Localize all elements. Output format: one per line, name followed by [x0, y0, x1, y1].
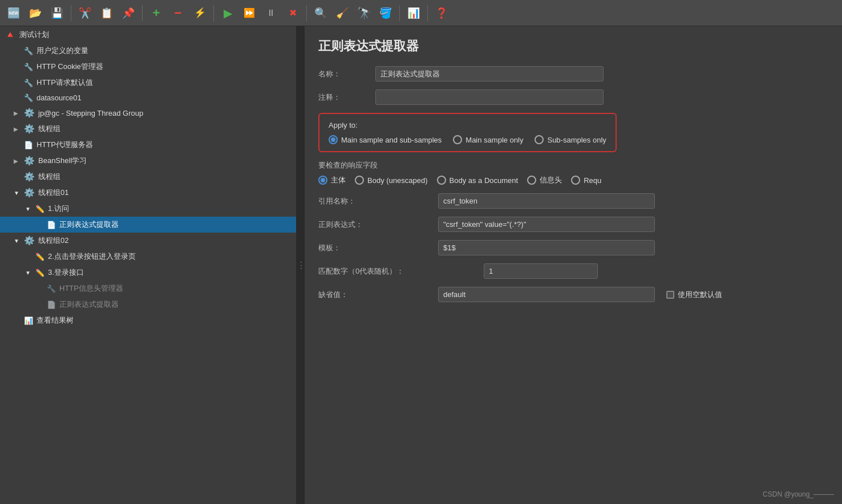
tree-item-thread-group1[interactable]: ▶ ⚙️ 线程组: [0, 121, 296, 137]
radio-circle-info-head: [527, 176, 536, 185]
right-panel: 正则表达式提取器 名称： 注释： Apply to: Main sample a…: [305, 26, 842, 504]
match-no-input[interactable]: [484, 263, 598, 279]
new-button[interactable]: 🆕: [3, 3, 24, 23]
radio-circle-body: [318, 176, 327, 185]
tree-item-label: 用户定义的变量: [37, 46, 88, 56]
radio-main-sub[interactable]: Main sample and sub-samples: [329, 135, 442, 144]
results-icon: 📊: [24, 316, 33, 325]
tree-item-label: 3.登录接口: [48, 267, 84, 278]
save-button[interactable]: 💾: [47, 3, 67, 23]
radio-body-unescaped[interactable]: Body (unescaped): [355, 176, 428, 185]
expand-arrow-tg01: ▼: [14, 190, 21, 196]
tree-item-label: 2.点击登录按钮进入登录页: [48, 251, 136, 262]
tree-item-regex-extractor2[interactable]: 📄 正则表达式提取器: [0, 296, 296, 312]
tree-item-thread-group2[interactable]: ⚙️ 线程组: [0, 169, 296, 185]
wrench-icon: 🔧: [24, 47, 33, 55]
use-empty-default-option[interactable]: 使用空默认值: [666, 290, 722, 300]
template-row: 模板：: [318, 240, 828, 255]
tree-item-beanshell[interactable]: ▶ ⚙️ BeanShell学习: [0, 153, 296, 169]
tree-item-label: 线程组: [38, 124, 60, 134]
tree-item-datasource[interactable]: 🔧 datasource01: [0, 91, 296, 105]
wrench-icon: 🔧: [24, 63, 33, 71]
toolbar-sep-1: [71, 5, 71, 21]
tree-item-user-vars[interactable]: 🔧 用户定义的变量: [0, 43, 296, 59]
pause-button[interactable]: ⏸: [261, 3, 281, 23]
use-empty-default-checkbox[interactable]: [666, 291, 674, 299]
tree-item-http-default[interactable]: 🔧 HTTP请求默认值: [0, 75, 296, 91]
broom2-button[interactable]: 🪣: [375, 3, 396, 23]
match-no-label: 匹配数字（0代表随机）：: [318, 266, 478, 277]
paste-button[interactable]: 📌: [118, 3, 139, 23]
radio-body-as-doc[interactable]: Body as a Document: [437, 176, 519, 185]
ref-name-input[interactable]: [438, 193, 655, 209]
default-input[interactable]: [438, 287, 655, 302]
tree-item-label: 查看结果树: [37, 315, 74, 326]
response-field-label: 要检查的响应字段: [318, 160, 378, 170]
comment-row: 注释：: [318, 90, 828, 105]
pen-icon: ✏️: [35, 205, 44, 213]
tree-item-stepping-group[interactable]: ▶ ⚙️ jp@gc - Stepping Thread Group: [0, 105, 296, 121]
name-input[interactable]: [375, 66, 604, 82]
cut-button[interactable]: ✂️: [75, 3, 95, 23]
radio-info-head[interactable]: 信息头: [527, 175, 562, 185]
tree-item-thread-group01[interactable]: ▼ ⚙️ 线程组01: [0, 185, 296, 201]
doc-icon: 📄: [24, 141, 33, 149]
stop-button[interactable]: ✖: [282, 3, 303, 23]
tree-item-regex-extractor[interactable]: 📄 正则表达式提取器: [0, 217, 296, 233]
tree-item-label: datasource01: [37, 94, 82, 102]
template-input[interactable]: [438, 240, 655, 255]
gear-icon: ⚙️: [24, 188, 35, 198]
tree-item-results-tree[interactable]: 📊 查看结果树: [0, 312, 296, 328]
comment-input[interactable]: [375, 90, 604, 105]
gear-icon: ⚙️: [24, 124, 35, 134]
tree-item-label: HTTP Cookie管理器: [37, 62, 103, 72]
list-button[interactable]: 📊: [403, 3, 424, 23]
tree-item-http-proxy[interactable]: 📄 HTTP代理服务器: [0, 137, 296, 153]
search-button[interactable]: 🔍: [310, 3, 331, 23]
toolbar-sep-4: [306, 5, 307, 21]
expand-arrow-tg1: ▶: [14, 126, 21, 132]
tree-item-thread-group02[interactable]: ▼ ⚙️ 线程组02: [0, 233, 296, 249]
run-all-button[interactable]: ⏩: [239, 3, 260, 23]
tree-item-http-header-mgr[interactable]: 🔧 HTTP信息头管理器: [0, 281, 296, 296]
expand-arrow-tg02: ▼: [14, 238, 21, 244]
use-empty-default-label: 使用空默认值: [678, 290, 722, 300]
radio-main-only[interactable]: Main sample only: [453, 135, 523, 144]
remove-button[interactable]: −: [168, 3, 188, 23]
toolbar: 🆕 📂 💾 ✂️ 📋 📌 + − ⚡ ▶ ⏩ ⏸ ✖ 🔍 🧹 🔭 🪣 📊 ❓: [0, 0, 842, 26]
tree-item-label: 线程组01: [38, 188, 68, 198]
help-button[interactable]: ❓: [431, 3, 452, 23]
wrench-icon: 🔧: [24, 79, 33, 87]
radio-body[interactable]: 主体: [318, 175, 346, 185]
run-button[interactable]: ▶: [217, 3, 238, 23]
radio-sub-only[interactable]: Sub-samples only: [535, 135, 606, 144]
radio-requ[interactable]: Requ: [571, 176, 601, 185]
tree-item-login-api[interactable]: ▼ ✏️ 3.登录接口: [0, 265, 296, 281]
response-field-row: 要检查的响应字段: [318, 160, 828, 170]
test-plan-icon: 🔺: [5, 29, 16, 40]
panel-splitter[interactable]: ⋮: [297, 26, 305, 504]
tree-item-http-cookie[interactable]: 🔧 HTTP Cookie管理器: [0, 59, 296, 75]
tree-item-test-plan[interactable]: 🔺 测试计划: [0, 26, 296, 43]
tree-item-login-click[interactable]: ✏️ 2.点击登录按钮进入登录页: [0, 249, 296, 265]
tree-item-visit[interactable]: ▼ ✏️ 1.访问: [0, 201, 296, 217]
tree-item-label: BeanShell学习: [38, 156, 87, 166]
copy-button[interactable]: 📋: [96, 3, 117, 23]
toolbar-sep-2: [142, 5, 143, 21]
left-panel: 🔺 测试计划 🔧 用户定义的变量 🔧 HTTP Cookie管理器 🔧 HTTP…: [0, 26, 297, 504]
regex-input[interactable]: [438, 217, 655, 232]
default-label: 缺省值：: [318, 290, 432, 300]
tree-item-label: 测试计划: [19, 30, 49, 40]
tree-item-label: 线程组02: [38, 235, 68, 246]
open-button[interactable]: 📂: [25, 3, 46, 23]
wrench-icon: 🔧: [47, 284, 56, 293]
toggle-button[interactable]: ⚡: [189, 3, 210, 23]
broom-button[interactable]: 🧹: [332, 3, 353, 23]
pen-icon: ✏️: [35, 269, 44, 277]
default-row: 缺省值： 使用空默认值: [318, 287, 828, 302]
add-button[interactable]: +: [146, 3, 167, 23]
panel-title: 正则表达式提取器: [318, 38, 828, 55]
radio-label-info-head: 信息头: [540, 175, 562, 185]
binoculars-button[interactable]: 🔭: [354, 3, 374, 23]
splitter-handle: ⋮: [297, 260, 305, 271]
